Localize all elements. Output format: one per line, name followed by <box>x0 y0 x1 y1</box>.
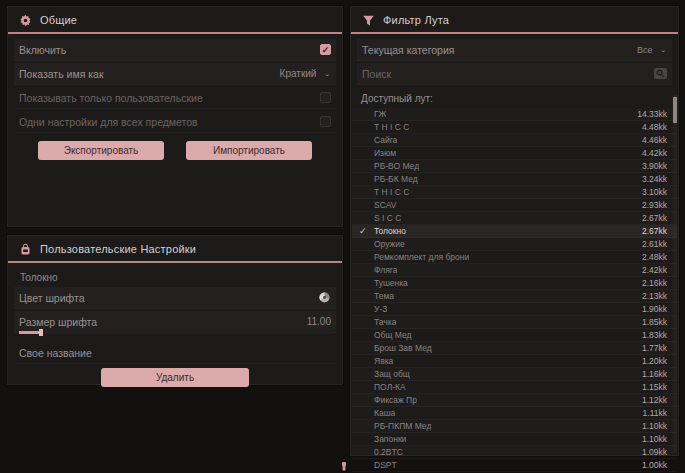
loot-row[interactable]: ✓ 0.2BTC 1.09kk <box>352 446 677 459</box>
loot-item-name: Т Н I С С <box>374 187 409 197</box>
show-name-dropdown[interactable]: Краткий ⌄ <box>280 68 331 79</box>
loot-row[interactable]: ✓ Изюм 4.42kk <box>352 147 677 160</box>
category-dropdown[interactable]: Все ⌄ <box>637 45 667 55</box>
enable-checkbox[interactable]: ✓ <box>320 44 331 55</box>
loot-item-name: Фиксаж Пр <box>374 395 417 405</box>
drag-handle-icon[interactable] <box>340 461 348 471</box>
slider-handle[interactable] <box>39 329 43 336</box>
user-settings-panel: Пользовательские Настройки Толокно Цвет … <box>7 235 343 385</box>
loot-row[interactable]: ✓ Тушенка 2.16kk <box>352 277 677 290</box>
loot-row[interactable]: ✓ РБ-БК Мед 3.24kk <box>352 173 677 186</box>
loot-row[interactable]: ✓ Явка 1.20kk <box>352 355 677 368</box>
loot-item-value: 1.77kk <box>642 343 667 353</box>
loot-item-value: 3.24kk <box>642 174 667 184</box>
loot-row[interactable]: ✓ Т Н I С С 4.48kk <box>352 121 677 134</box>
loot-scrollbar[interactable] <box>673 95 677 453</box>
loot-row[interactable]: ✓ Фляга 2.42kk <box>352 264 677 277</box>
loot-item-value: 1.10kk <box>642 421 667 431</box>
loot-item-name: Фляга <box>374 265 397 275</box>
search-row[interactable]: Поиск <box>357 63 672 85</box>
loot-item-value: 1.00kk <box>642 460 667 470</box>
loot-filter-panel: Фильтр Лута Текущая категория Все ⌄ Поис… <box>350 6 679 456</box>
slider-track <box>19 331 331 334</box>
loot-item-name: РБ-ПКПМ Мед <box>374 421 431 431</box>
only-custom-label: Показывать только пользовательские <box>19 92 203 104</box>
loot-item-value: 2.16kk <box>642 278 667 288</box>
export-button[interactable]: Экспортировать <box>38 141 164 160</box>
category-label: Текущая категория <box>362 44 455 56</box>
loot-row[interactable]: ✓ Сайга 4.46kk <box>352 134 677 147</box>
show-name-label: Показать имя как <box>19 68 104 80</box>
loot-row[interactable]: ✓ Т Н I С С 3.10kk <box>352 186 677 199</box>
loot-row[interactable]: ✓ ГЖ 14.33kk <box>352 108 677 121</box>
search-icon[interactable] <box>654 68 667 79</box>
font-size-slider[interactable] <box>14 331 336 336</box>
color-wheel-icon[interactable] <box>317 291 331 305</box>
loot-item-value: 4.48kk <box>642 122 667 132</box>
loot-row[interactable]: ✓ Оружие 2.61kk <box>352 238 677 251</box>
chevron-down-icon: ⌄ <box>323 70 331 78</box>
loot-item-name: DSPT <box>374 460 397 470</box>
enable-label: Включить <box>19 44 66 56</box>
import-button[interactable]: Импортировать <box>186 141 312 160</box>
loot-row[interactable]: ✓ РБ-ПКПМ Мед 1.10kk <box>352 420 677 433</box>
loot-row[interactable]: ✓ Брош Зав Мед 1.77kk <box>352 342 677 355</box>
loot-row[interactable]: ✓ Каша 1.11kk <box>352 407 677 420</box>
loot-item-name: ПОЛ-КА <box>374 382 406 392</box>
chevron-down-icon: ⌄ <box>659 46 667 54</box>
delete-button[interactable]: Удалить <box>101 368 249 387</box>
loot-item-value: 1.12kk <box>642 395 667 405</box>
loot-row[interactable]: ✓ SCAV 2.93kk <box>352 199 677 212</box>
loot-item-name: SCAV <box>374 200 397 210</box>
check-icon: ✓ <box>359 225 367 237</box>
user-settings-header: Пользовательские Настройки <box>8 236 342 263</box>
loot-item-name: Толокно <box>374 226 406 236</box>
font-color-label: Цвет шрифта <box>19 292 85 304</box>
loot-item-value: 3.90kk <box>642 161 667 171</box>
loot-item-name: Изюм <box>374 148 396 158</box>
user-settings-title: Пользовательские Настройки <box>40 243 196 255</box>
loot-row[interactable]: ✓ РБ-ВО Мед 3.90kk <box>352 160 677 173</box>
loot-row[interactable]: ✓ Тачка 1.85kk <box>352 316 677 329</box>
loot-item-name: 0.2BTC <box>374 447 403 457</box>
loot-item-name: Т Н I С С <box>374 122 409 132</box>
loot-item-name: Каша <box>374 408 395 418</box>
loot-item-name: Запонки <box>374 434 406 444</box>
loot-scrollbar-thumb[interactable] <box>673 97 677 123</box>
loot-item-value: 1.83kk <box>642 330 667 340</box>
loot-item-value: 1.85kk <box>642 317 667 327</box>
loot-item-value: 2.93kk <box>642 200 667 210</box>
custom-name-input[interactable]: Свое название <box>19 347 92 359</box>
loot-item-value: 2.67kk <box>642 213 667 223</box>
loot-row[interactable]: ✓ Ремкомплект для брони 2.48kk <box>352 251 677 264</box>
loot-row[interactable]: ✓ Тема 2.13kk <box>352 290 677 303</box>
gear-icon <box>18 13 32 27</box>
loot-item-value: 2.42kk <box>642 265 667 275</box>
only-custom-checkbox[interactable]: ✓ <box>320 92 331 103</box>
loot-row[interactable]: ✓ DSPT 1.00kk <box>352 459 677 472</box>
loot-list: ✓ ГЖ 14.33kk ✓ Т Н I С С 4.48kk ✓ Сайга … <box>352 108 677 472</box>
loot-item-value: 3.10kk <box>642 187 667 197</box>
loot-row[interactable]: ✓ ПОЛ-КА 1.15kk <box>352 381 677 394</box>
search-input[interactable]: Поиск <box>362 68 391 80</box>
loot-row[interactable]: ✓ Запонки 1.10kk <box>352 433 677 446</box>
general-panel-header: Общие <box>8 7 342 34</box>
same-settings-checkbox[interactable]: ✓ <box>320 116 331 127</box>
show-name-value: Краткий <box>280 68 317 79</box>
loot-item-value: 4.46kk <box>642 135 667 145</box>
font-size-row: Размер шрифта 11.00 <box>14 311 336 333</box>
selected-item-name: Толокно <box>14 269 336 287</box>
loot-row[interactable]: ✓ Общ Мед 1.83kk <box>352 329 677 342</box>
loot-item-value: 4.42kk <box>642 148 667 158</box>
loot-filter-title: Фильтр Лута <box>383 14 449 26</box>
loot-row[interactable]: ✓ Толокно 2.67kk <box>352 225 677 238</box>
loot-item-name: Явка <box>374 356 393 366</box>
loot-row[interactable]: ✓ У-З 1.90kk <box>352 303 677 316</box>
loot-item-name: Сайга <box>374 135 397 145</box>
loot-item-name: Защ общ <box>374 369 410 379</box>
loot-item-name: Ремкомплект для брони <box>374 252 469 262</box>
loot-row[interactable]: ✓ Фиксаж Пр 1.12kk <box>352 394 677 407</box>
loot-item-value: 1.16kk <box>642 369 667 379</box>
loot-row[interactable]: ✓ S I C C 2.67kk <box>352 212 677 225</box>
loot-row[interactable]: ✓ Защ общ 1.16kk <box>352 368 677 381</box>
